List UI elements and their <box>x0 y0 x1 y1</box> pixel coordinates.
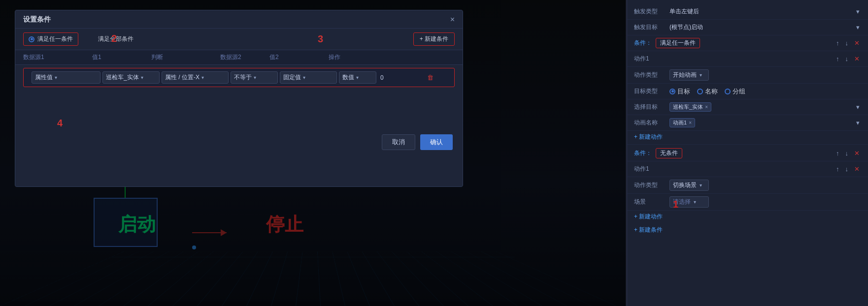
condition2-value[interactable]: 无条件 <box>656 148 682 158</box>
val1-select[interactable]: 巡检车_实体 <box>102 71 160 84</box>
act1b-down-icon[interactable]: ↓ <box>844 165 850 173</box>
action1-label-row: 动作1 ↑ ↓ ✕ <box>627 51 868 67</box>
act1-up-icon[interactable]: ↑ <box>835 55 841 63</box>
name-radio-circle <box>697 89 703 94</box>
modal-title: 设置条件 <box>23 15 450 24</box>
action-type2-row: 动作类型 切换场景 <box>627 177 868 194</box>
target-radio[interactable]: 目标 <box>669 87 690 96</box>
condition-mode-1-button[interactable]: 满足任一条件 <box>23 32 78 46</box>
new-action-link-2[interactable]: + 新建动作 <box>627 211 868 223</box>
action-type2-label: 动作类型 <box>634 181 669 189</box>
col-val2: 值2 <box>269 53 329 61</box>
judge-op-select[interactable]: 不等于 <box>231 71 278 84</box>
annotation-2: 2 <box>111 33 117 44</box>
scene-select-row: 场景 请选择 <box>627 194 868 211</box>
anim-name-row: 动画名称 动画1 × ▾ <box>627 115 868 131</box>
target-radio-circle <box>669 89 675 94</box>
select-target-dropdown-icon[interactable]: ▾ <box>855 103 861 111</box>
trigger-type-value: 单击左键后 <box>669 7 855 16</box>
action1b-icons: ↑ ↓ ✕ <box>835 165 861 173</box>
trigger-type-dropdown-icon[interactable]: ▾ <box>855 7 861 16</box>
act1-down-icon[interactable]: ↓ <box>844 55 850 63</box>
select-target-container: 巡检车_实体 × <box>669 102 855 112</box>
modal-header: 设置条件 × <box>15 10 463 29</box>
scene-label: 场景 <box>634 198 669 206</box>
anim-dropdown-icon[interactable]: ▾ <box>855 119 861 127</box>
act1-del-icon[interactable]: ✕ <box>853 55 861 63</box>
col-source2: 数据源2 <box>220 53 269 61</box>
trigger-target-dropdown-icon[interactable]: ▾ <box>855 23 861 31</box>
target-chip-label: 巡检车_实体 <box>673 103 703 111</box>
action-type-row: 动作类型 开始动画 <box>627 67 868 84</box>
action-type-label: 动作类型 <box>634 71 669 79</box>
anim-chip-label: 动画1 <box>673 119 687 126</box>
condition2-row: 条件： 无条件 ↑ ↓ ✕ <box>627 146 868 161</box>
action1b-label-row: 动作1 ↑ ↓ ✕ <box>627 161 868 177</box>
act1b-del-icon[interactable]: ✕ <box>853 165 861 173</box>
modal-dialog: 设置条件 × 2 满足任一条件 满足全部条件 3 + 新建条件 数据源1 值1 … <box>15 10 463 187</box>
new-action-link-1[interactable]: + 新建动作 <box>627 131 868 143</box>
trigger-type-row: 触发类型 单击左键后 ▾ <box>627 4 868 20</box>
target-type-row: 目标类型 目标 名称 分组 <box>627 84 868 99</box>
group-radio-circle <box>725 89 731 94</box>
action1-label: 动作1 <box>634 55 669 63</box>
val2-type-select[interactable]: 数值 <box>339 71 376 84</box>
confirm-button[interactable]: 确认 <box>420 134 453 150</box>
modal-footer: 取消 确认 <box>15 126 463 158</box>
new-condition-link[interactable]: + 新建条件 <box>627 223 868 237</box>
target-chip: 巡检车_实体 × <box>669 102 711 112</box>
name-radio-label: 名称 <box>705 87 718 96</box>
act1b-up-icon[interactable]: ↑ <box>835 165 841 173</box>
condition-mode-1-label: 满足任一条件 <box>37 35 73 43</box>
cond1-del-icon[interactable]: ✕ <box>853 39 861 47</box>
action-type-select[interactable]: 开始动画 <box>669 69 709 81</box>
judge-type-select[interactable]: 属性 / 位置-X <box>162 71 229 84</box>
table-header: 数据源1 值1 判断 数据源2 值2 操作 <box>15 50 463 65</box>
action1b-label: 动作1 <box>634 165 669 173</box>
modal-overlay: 设置条件 × 2 满足任一条件 满足全部条件 3 + 新建条件 数据源1 值1 … <box>0 0 626 306</box>
radio-dot-1 <box>29 36 34 42</box>
modal-toolbar: 2 满足任一条件 满足全部条件 3 + 新建条件 <box>15 29 463 50</box>
target-chip-remove[interactable]: × <box>705 104 708 110</box>
anim-chip-remove[interactable]: × <box>689 120 692 125</box>
condition2-actions: ↑ ↓ ✕ <box>835 149 861 157</box>
select-target-label: 选择目标 <box>634 103 669 111</box>
delete-row-icon[interactable]: 🗑 <box>426 73 455 82</box>
select-target-row: 选择目标 巡检车_实体 × ▾ <box>627 99 868 115</box>
condition-table-row: 属性值 巡检车_实体 属性 / 位置-X 不等于 固定值 数值 0 🗑 <box>23 68 455 87</box>
condition2-prefix: 条件： <box>634 149 652 157</box>
right-panel: 触发类型 单击左键后 ▾ 触发目标 (根节点)启动 ▾ 条件： 满足任一条件 ↑… <box>627 0 868 306</box>
group-radio[interactable]: 分组 <box>725 87 745 96</box>
target-type-label: 目标类型 <box>634 87 669 95</box>
trigger-target-row: 触发目标 (根节点)启动 ▾ <box>627 20 868 35</box>
trigger-target-label: 触发目标 <box>634 23 669 31</box>
cond2-del-icon[interactable]: ✕ <box>853 149 861 157</box>
source1-select[interactable]: 属性值 <box>32 71 100 84</box>
cond2-down-icon[interactable]: ↓ <box>844 149 850 157</box>
action-type2-select[interactable]: 切换场景 <box>669 180 709 191</box>
cond1-up-icon[interactable]: ↑ <box>835 39 841 47</box>
target-radio-label: 目标 <box>677 87 690 96</box>
anim-name-container: 动画1 × <box>669 118 855 127</box>
source2-select[interactable]: 固定值 <box>280 71 337 84</box>
annotation-4: 4 <box>57 118 63 129</box>
annotation-3: 3 <box>318 33 323 45</box>
condition1-row: 条件： 满足任一条件 ↑ ↓ ✕ <box>627 35 868 51</box>
group-radio-label: 分组 <box>733 87 745 96</box>
divider-1 <box>627 144 868 145</box>
cancel-button[interactable]: 取消 <box>382 134 415 150</box>
annotation-1: 1 <box>673 199 678 210</box>
anim-chip: 动画1 × <box>669 118 695 127</box>
condition1-actions: ↑ ↓ ✕ <box>835 39 861 47</box>
trigger-target-value: (根节点)启动 <box>669 23 855 31</box>
col-source1: 数据源1 <box>23 53 92 61</box>
cond1-down-icon[interactable]: ↓ <box>844 39 850 47</box>
anim-name-label: 动画名称 <box>634 119 669 127</box>
close-icon[interactable]: × <box>450 15 455 24</box>
condition1-value[interactable]: 满足任一条件 <box>656 38 700 48</box>
condition1-prefix: 条件： <box>634 39 652 47</box>
new-condition-button[interactable]: + 新建条件 <box>413 32 455 46</box>
val2-input[interactable]: 0 <box>380 74 426 81</box>
cond2-up-icon[interactable]: ↑ <box>835 149 841 157</box>
name-radio[interactable]: 名称 <box>697 87 718 96</box>
